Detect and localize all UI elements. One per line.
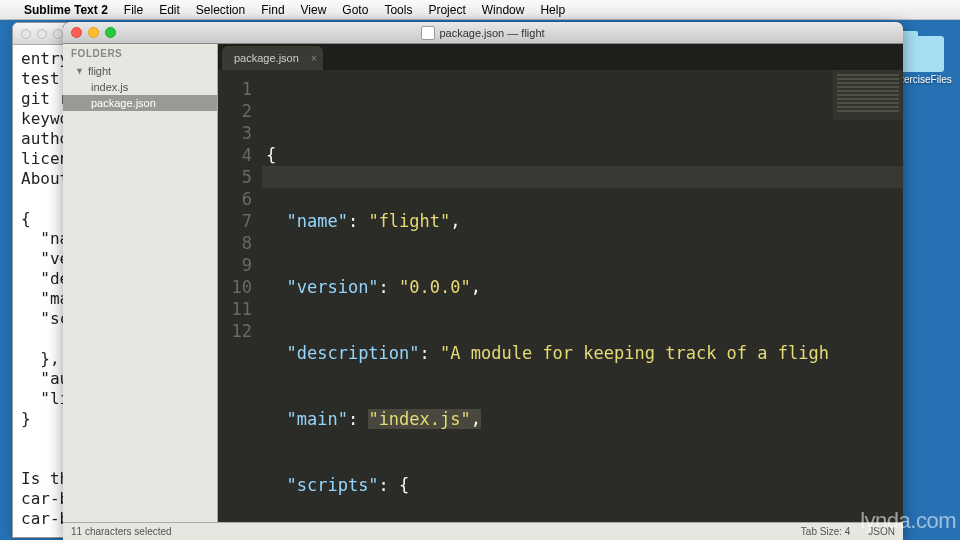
code-content[interactable]: { "name": "flight", "version": "0.0.0", …	[262, 70, 903, 522]
status-tabsize[interactable]: Tab Size: 4	[801, 526, 850, 537]
code-editor[interactable]: 1 2 3 4 5 6 7 8 9 10 11 12 { "name": "f	[218, 70, 903, 522]
bg-min-icon[interactable]	[37, 29, 47, 39]
menu-project[interactable]: Project	[428, 3, 465, 17]
menu-tools[interactable]: Tools	[384, 3, 412, 17]
sidebar-item-packagejson[interactable]: package.json	[63, 95, 217, 111]
bg-close-icon[interactable]	[21, 29, 31, 39]
chevron-down-icon: ▼	[75, 66, 84, 76]
sidebar: FOLDERS ▼ flight index.js package.json	[63, 44, 218, 522]
menu-help[interactable]: Help	[540, 3, 565, 17]
tab-packagejson[interactable]: package.json ×	[222, 46, 323, 70]
tab-bar: package.json ×	[218, 44, 903, 70]
sidebar-header: FOLDERS	[63, 44, 217, 63]
menu-file[interactable]: File	[124, 3, 143, 17]
editor-pane: package.json × 1 2 3 4 5 6 7 8 9 10 11	[218, 44, 903, 522]
status-syntax[interactable]: JSON	[868, 526, 895, 537]
menu-app-name[interactable]: Sublime Text 2	[24, 3, 108, 17]
minimap[interactable]	[833, 70, 903, 120]
sidebar-item-indexjs[interactable]: index.js	[63, 79, 217, 95]
zoom-icon[interactable]	[105, 27, 116, 38]
menu-view[interactable]: View	[301, 3, 327, 17]
status-bar: 11 characters selected Tab Size: 4 JSON	[63, 522, 903, 540]
gutter: 1 2 3 4 5 6 7 8 9 10 11 12	[218, 70, 262, 522]
sublime-titlebar: package.json — flight	[63, 22, 903, 44]
menu-window[interactable]: Window	[482, 3, 525, 17]
folder-icon	[900, 36, 944, 72]
bg-max-icon[interactable]	[53, 29, 63, 39]
close-icon[interactable]: ×	[311, 53, 317, 64]
document-icon	[421, 26, 435, 40]
sidebar-folder[interactable]: ▼ flight	[63, 63, 217, 79]
mac-menubar: Sublime Text 2 File Edit Selection Find …	[0, 0, 960, 20]
status-selection: 11 characters selected	[71, 526, 172, 537]
window-title: package.json — flight	[439, 27, 544, 39]
menu-find[interactable]: Find	[261, 3, 284, 17]
menu-selection[interactable]: Selection	[196, 3, 245, 17]
sublime-traffic-lights	[71, 27, 116, 38]
sublime-window: package.json — flight FOLDERS ▼ flight i…	[63, 22, 903, 540]
close-icon[interactable]	[71, 27, 82, 38]
sidebar-folder-label: flight	[88, 65, 111, 77]
menu-goto[interactable]: Goto	[342, 3, 368, 17]
menu-edit[interactable]: Edit	[159, 3, 180, 17]
tab-label: package.json	[234, 52, 299, 64]
minimize-icon[interactable]	[88, 27, 99, 38]
terminal-traffic-lights	[21, 29, 63, 39]
